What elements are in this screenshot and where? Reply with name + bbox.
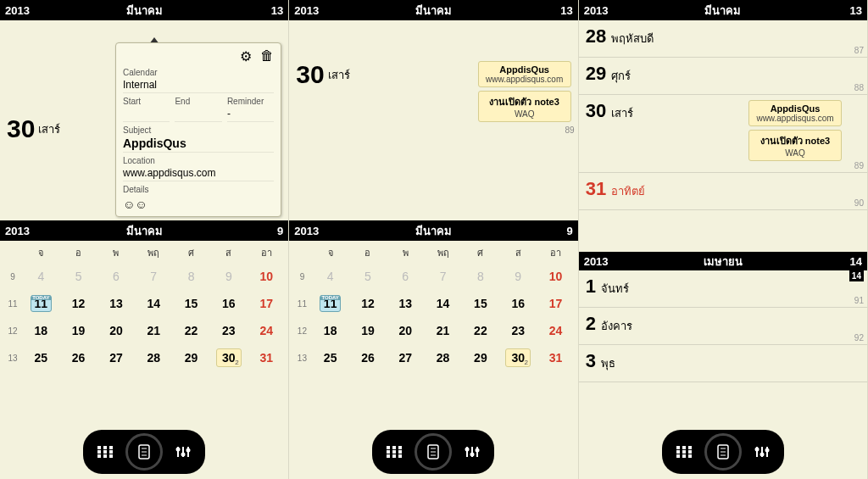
agenda-day-number: 2 [586, 313, 596, 335]
bottom-nav [662, 430, 784, 474]
agenda-row[interactable]: 2อังคาร92 [579, 308, 867, 345]
week-number: 11 [292, 299, 311, 309]
day-cell[interactable]: 9 [210, 270, 248, 283]
day-cell[interactable]: 19 [349, 324, 387, 337]
nav-list-icon[interactable] [125, 433, 163, 471]
day-cell[interactable]: 26 [349, 351, 387, 365]
day-cell[interactable]: 6 [387, 270, 424, 283]
day-cell[interactable]: 22 [462, 324, 499, 337]
day-cell[interactable]: 18 [22, 324, 59, 337]
event-chip[interactable]: งานเปิดตัว note3WAQ [748, 130, 842, 161]
nav-settings-icon[interactable] [166, 440, 200, 464]
svg-point-33 [465, 448, 470, 452]
day-cell[interactable]: 25 [22, 351, 59, 365]
day-cell[interactable]: 28 [424, 351, 461, 365]
event-chip[interactable]: งานเปิดตัว note3 WAQ [478, 91, 571, 122]
svg-point-14 [176, 448, 181, 452]
day-cell[interactable]: 18 [311, 324, 348, 337]
svg-rect-45 [682, 454, 686, 458]
day-cell[interactable]: 4 [22, 270, 59, 283]
gear-icon[interactable]: ⚙ [240, 48, 252, 64]
agenda-row[interactable]: 31อาทิตย์90 [579, 173, 867, 210]
dow-label: จ [22, 242, 59, 263]
nav-settings-icon[interactable] [455, 440, 489, 464]
svg-point-52 [754, 448, 759, 452]
day-cell[interactable]: 15 [172, 297, 209, 310]
day-cell[interactable]: 27 [97, 351, 135, 365]
agenda-row[interactable]: 3พุธ [579, 345, 867, 382]
day-cell[interactable]: 10 [537, 270, 574, 283]
svg-rect-38 [676, 446, 680, 449]
day-cell[interactable]: 6 [97, 270, 135, 283]
day-cell[interactable]: 5 [349, 270, 387, 283]
nav-settings-icon[interactable] [745, 440, 779, 464]
day-cell[interactable]: 302 [499, 348, 537, 367]
agenda-day-number: 30 [586, 100, 606, 122]
day-cell[interactable]: 14 [135, 297, 172, 310]
day-cell[interactable]: 24 [248, 324, 285, 337]
day-cell[interactable]: 302 [210, 348, 248, 367]
day-cell[interactable]: 22 [172, 324, 209, 337]
focus-day-name: เสาร์ [328, 66, 350, 84]
day-cell[interactable]: 27 [387, 351, 424, 365]
event-chip[interactable]: AppdisQus www.appdisqus.com [478, 61, 571, 87]
day-cell[interactable]: 21 [135, 324, 172, 337]
day-cell[interactable]: 23 [210, 324, 248, 337]
day-cell[interactable]: 16 [499, 297, 537, 310]
day-cell[interactable]: 9 [499, 270, 537, 283]
week-number: 13 [3, 354, 22, 363]
day-cell[interactable]: TODAY11 [311, 295, 348, 312]
day-cell[interactable]: 12 [349, 297, 387, 310]
day-cell[interactable]: 8 [462, 270, 499, 283]
day-cell[interactable]: 24 [537, 324, 574, 337]
agenda-row[interactable]: 28พฤหัสบดี87 [579, 20, 867, 58]
day-cell[interactable]: 29 [462, 351, 499, 365]
nav-grid-icon[interactable] [667, 440, 701, 464]
panel-agenda: 2013 มีนาคม 13 28พฤหัสบดี8729ศุกร์8830เส… [579, 0, 868, 479]
day-cell[interactable]: 16 [210, 297, 248, 310]
event-chips: AppdisQus www.appdisqus.com งานเปิดตัว n… [478, 61, 571, 122]
day-cell[interactable]: 28 [135, 351, 172, 365]
day-cell[interactable]: 20 [97, 324, 135, 337]
event-chip[interactable]: AppdisQuswww.appdisqus.com [748, 100, 842, 126]
day-cell[interactable]: 26 [59, 351, 97, 365]
day-cell[interactable]: 4 [311, 270, 348, 283]
week-number: 13 [292, 354, 311, 363]
day-cell[interactable]: 5 [59, 270, 97, 283]
trash-icon[interactable]: 🗑 [260, 48, 274, 64]
day-cell[interactable]: 7 [424, 270, 461, 283]
day-cell[interactable]: 25 [311, 351, 348, 365]
svg-rect-20 [392, 446, 396, 449]
day-cell[interactable]: 14 [424, 297, 461, 310]
day-cell[interactable]: TODAY11 [22, 295, 59, 312]
day-cell[interactable]: 15 [462, 297, 499, 310]
dow-label: อา [248, 242, 285, 263]
day-cell[interactable]: 13 [97, 297, 135, 310]
day-cell[interactable]: 8 [172, 270, 209, 283]
day-cell[interactable]: 19 [59, 324, 97, 337]
subject-value: AppdisQus [123, 135, 274, 153]
day-cell[interactable]: 10 [248, 270, 285, 283]
day-cell[interactable]: 31 [537, 351, 574, 365]
agenda-row[interactable]: 30เสาร์AppdisQuswww.appdisqus.comงานเปิด… [579, 95, 867, 173]
svg-rect-22 [387, 450, 390, 454]
day-cell[interactable]: 12 [59, 297, 97, 310]
agenda-row[interactable]: 29ศุกร์88 [579, 58, 867, 95]
day-cell[interactable]: 20 [387, 324, 424, 337]
day-cell[interactable]: 13 [387, 297, 424, 310]
day-cell[interactable]: 17 [248, 297, 285, 310]
svg-point-16 [181, 453, 186, 457]
day-cell[interactable]: 17 [537, 297, 574, 310]
header-month: มีนาคม [126, 2, 163, 19]
day-cell[interactable]: 23 [499, 324, 537, 337]
day-cell[interactable]: 29 [172, 351, 209, 365]
nav-list-icon[interactable] [704, 433, 742, 471]
nav-grid-icon[interactable] [377, 440, 411, 464]
day-cell[interactable]: 7 [135, 270, 172, 283]
day-cell[interactable]: 21 [424, 324, 461, 337]
nav-grid-icon[interactable] [88, 440, 122, 464]
agenda-row[interactable]: 1จันทร์91 [579, 270, 867, 308]
nav-list-icon[interactable] [415, 433, 452, 471]
svg-rect-46 [688, 454, 692, 458]
day-cell[interactable]: 31 [248, 351, 285, 365]
